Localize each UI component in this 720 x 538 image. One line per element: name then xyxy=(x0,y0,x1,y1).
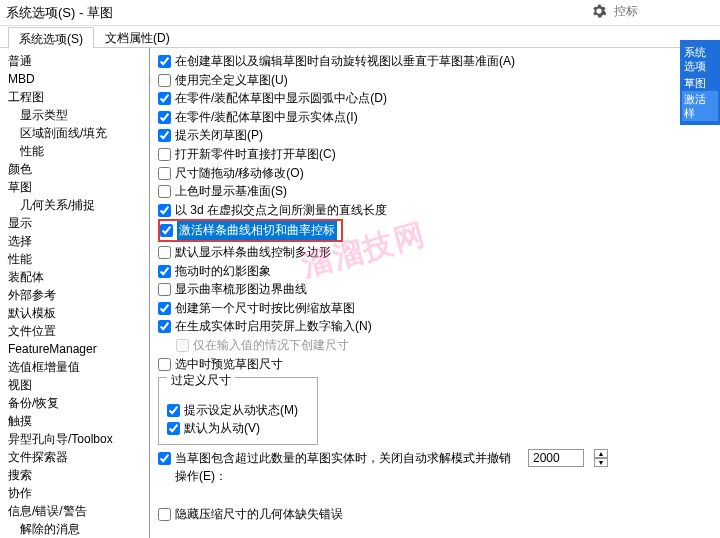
tree-item[interactable]: 选值框增量值 xyxy=(8,358,147,376)
option-checkbox[interactable] xyxy=(158,508,171,521)
option-label: 当草图包含超过此数量的草图实体时，关闭自动求解模式并撤销操作(E)： xyxy=(175,449,518,486)
tree-item[interactable]: 装配体 xyxy=(8,268,147,286)
option-row: 在零件/装配体草图中显示实体点(I) xyxy=(158,108,712,127)
option-checkbox[interactable] xyxy=(158,452,171,465)
option-row: 创建第一个尺寸时按比例缩放草图 xyxy=(158,299,712,318)
option-row: 当草图包含超过此数量的草图实体时，关闭自动求解模式并撤销操作(E)： xyxy=(158,449,518,486)
option-row: 拖动时的幻影图象 xyxy=(158,262,712,281)
option-checkbox[interactable] xyxy=(158,358,171,371)
option-checkbox[interactable] xyxy=(158,185,171,198)
side-hint-line: 草图 xyxy=(682,75,718,91)
option-checkbox[interactable] xyxy=(158,129,171,142)
option-checkbox[interactable] xyxy=(167,404,180,417)
option-checkbox[interactable] xyxy=(158,246,171,259)
option-label: 在零件/装配体草图中显示实体点(I) xyxy=(175,108,358,127)
spin-up-icon[interactable]: ▲ xyxy=(594,449,608,458)
option-label: 在零件/装配体草图中显示圆弧中心点(D) xyxy=(175,89,387,108)
option-row: 激活样条曲线相切和曲率控标 xyxy=(158,219,343,242)
tree-item[interactable]: 显示类型 xyxy=(8,106,147,124)
tree-item[interactable]: 显示 xyxy=(8,214,147,232)
option-checkbox[interactable] xyxy=(158,302,171,315)
option-label: 在生成实体时启用荧屏上数字输入(N) xyxy=(175,317,372,336)
tab[interactable]: 系统选项(S) xyxy=(8,27,94,48)
tree-item[interactable]: 协作 xyxy=(8,484,147,502)
option-row: 选中时预览草图尺寸 xyxy=(158,355,712,374)
spin-down-icon[interactable]: ▼ xyxy=(594,458,608,467)
option-label: 尺寸随拖动/移动修改(O) xyxy=(175,164,304,183)
tree-item[interactable]: 性能 xyxy=(8,250,147,268)
option-label: 提示设定从动状态(M) xyxy=(184,401,298,420)
tree-item[interactable]: 触摸 xyxy=(8,412,147,430)
tree-item[interactable]: 区域剖面线/填充 xyxy=(8,124,147,142)
option-label: 仅在输入值的情况下创建尺寸 xyxy=(193,336,349,355)
option-label: 选中时预览草图尺寸 xyxy=(175,355,283,374)
option-row: 提示关闭草图(P) xyxy=(158,126,712,145)
threshold-row: 当草图包含超过此数量的草图实体时，关闭自动求解模式并撤销操作(E)：▲▼ xyxy=(158,449,712,486)
option-checkbox[interactable] xyxy=(160,224,173,237)
option-row: 以 3d 在虚拟交点之间所测量的直线长度 xyxy=(158,201,712,220)
option-checkbox[interactable] xyxy=(158,265,171,278)
option-checkbox[interactable] xyxy=(158,204,171,217)
tree-item[interactable]: 普通 xyxy=(8,52,147,70)
tree-item[interactable]: 工程图 xyxy=(8,88,147,106)
category-tree: 普通MBD工程图显示类型区域剖面线/填充性能颜色草图几何关系/捕捉显示选择性能装… xyxy=(0,48,150,538)
tree-item[interactable]: 备份/恢复 xyxy=(8,394,147,412)
tree-item[interactable]: 几何关系/捕捉 xyxy=(8,196,147,214)
option-label: 隐藏压缩尺寸的几何体缺失错误 xyxy=(175,505,343,524)
option-checkbox[interactable] xyxy=(158,55,171,68)
option-label: 以 3d 在虚拟交点之间所测量的直线长度 xyxy=(175,201,387,220)
option-checkbox[interactable] xyxy=(158,92,171,105)
option-checkbox[interactable] xyxy=(167,422,180,435)
option-label: 在创建草图以及编辑草图时自动旋转视图以垂直于草图基准面(A) xyxy=(175,52,515,71)
option-checkbox[interactable] xyxy=(158,111,171,124)
tree-item[interactable]: MBD xyxy=(8,70,147,88)
option-checkbox[interactable] xyxy=(158,148,171,161)
option-label: 上色时显示基准面(S) xyxy=(175,182,287,201)
tab-bar: 系统选项(S)文档属性(D) xyxy=(0,26,720,48)
tab[interactable]: 文档属性(D) xyxy=(94,26,181,47)
tree-item[interactable]: 文件位置 xyxy=(8,322,147,340)
tree-item[interactable]: 信息/错误/警告 xyxy=(8,502,147,520)
option-row: 默认为从动(V) xyxy=(167,419,309,438)
option-row: 提示设定从动状态(M) xyxy=(167,401,309,420)
options-panel: 在创建草图以及编辑草图时自动旋转视图以垂直于草图基准面(A)使用完全定义草图(U… xyxy=(150,48,720,538)
option-label: 打开新零件时直接打开草图(C) xyxy=(175,145,336,164)
option-row: 尺寸随拖动/移动修改(O) xyxy=(158,164,712,183)
threshold-input[interactable] xyxy=(528,449,584,467)
option-row: 仅在输入值的情况下创建尺寸 xyxy=(158,336,712,355)
tree-item[interactable]: 草图 xyxy=(8,178,147,196)
option-checkbox[interactable] xyxy=(158,283,171,296)
option-label: 默认为从动(V) xyxy=(184,419,260,438)
side-hint-panel: 系统选项 草图 激活样 xyxy=(680,40,720,125)
window-title: 系统选项(S) - 草图 xyxy=(6,4,113,22)
tree-item[interactable]: 默认模板 xyxy=(8,304,147,322)
option-row: 默认显示样条曲线控制多边形 xyxy=(158,243,712,262)
search-input[interactable] xyxy=(610,2,710,20)
option-row: 在创建草图以及编辑草图时自动旋转视图以垂直于草图基准面(A) xyxy=(158,52,712,71)
tree-item[interactable]: 搜索 xyxy=(8,466,147,484)
tree-item[interactable]: 视图 xyxy=(8,376,147,394)
gear-icon xyxy=(592,4,606,18)
option-checkbox xyxy=(176,339,189,352)
tree-item[interactable]: 选择 xyxy=(8,232,147,250)
option-label: 显示曲率梳形图边界曲线 xyxy=(175,280,307,299)
tree-item[interactable]: 颜色 xyxy=(8,160,147,178)
search-bar xyxy=(592,2,710,20)
option-row: 隐藏压缩尺寸的几何体缺失错误 xyxy=(158,505,712,524)
tree-item[interactable]: 异型孔向导/Toolbox xyxy=(8,430,147,448)
tree-item[interactable]: FeatureManager xyxy=(8,340,147,358)
side-hint-line: 激活样 xyxy=(682,91,718,122)
option-label: 默认显示样条曲线控制多边形 xyxy=(175,243,331,262)
tree-item[interactable]: 解除的消息 xyxy=(8,520,147,538)
option-checkbox[interactable] xyxy=(158,320,171,333)
option-label: 提示关闭草图(P) xyxy=(175,126,263,145)
option-checkbox[interactable] xyxy=(158,167,171,180)
override-dims-fieldset: 过定义尺寸提示设定从动状态(M)默认为从动(V) xyxy=(158,377,318,445)
side-hint-line: 系统选项 xyxy=(682,44,718,75)
option-row: 上色时显示基准面(S) xyxy=(158,182,712,201)
tree-item[interactable]: 性能 xyxy=(8,142,147,160)
tree-item[interactable]: 外部参考 xyxy=(8,286,147,304)
option-row: 在生成实体时启用荧屏上数字输入(N) xyxy=(158,317,712,336)
option-checkbox[interactable] xyxy=(158,74,171,87)
tree-item[interactable]: 文件探索器 xyxy=(8,448,147,466)
